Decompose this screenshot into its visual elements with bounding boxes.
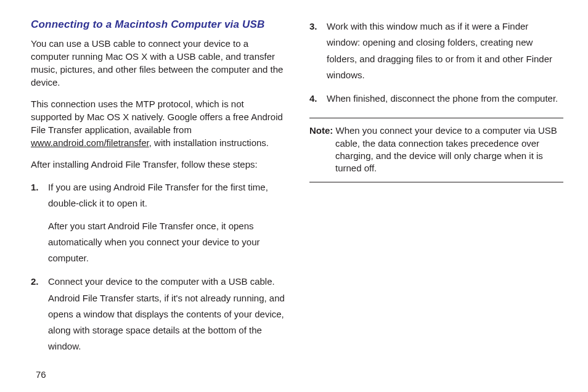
page-number: 76 — [36, 369, 46, 380]
android-filetransfer-link[interactable]: www.android.com/filetransfer — [31, 137, 149, 148]
steps-list-left: 1. If you are using Android File Transfe… — [31, 179, 285, 355]
page-columns: Connecting to a Macintosh Computer via U… — [31, 18, 563, 362]
para2-post: , with installation instructions. — [149, 137, 269, 148]
step-3-number: 3. — [309, 18, 317, 35]
section-heading: Connecting to a Macintosh Computer via U… — [31, 18, 285, 31]
step-3-text: Work with this window much as if it were… — [327, 21, 552, 80]
intro-paragraph-2: This connection uses the MTP protocol, w… — [31, 97, 285, 149]
step-2: 2. Connect your device to the computer w… — [48, 274, 285, 354]
note-text: When you connect your device to a comput… — [333, 125, 557, 173]
step-2-text: Connect your device to the computer with… — [48, 276, 285, 351]
right-column: 3. Work with this window much as if it w… — [309, 18, 563, 362]
steps-list-right: 3. Work with this window much as if it w… — [309, 18, 563, 107]
step-3: 3. Work with this window much as if it w… — [327, 18, 563, 83]
step-1-subtext: After you start Android File Transfer on… — [48, 218, 285, 267]
left-column: Connecting to a Macintosh Computer via U… — [31, 18, 285, 362]
step-4: 4. When finished, disconnect the phone f… — [327, 91, 563, 107]
intro-paragraph-3: After installing Android File Transfer, … — [31, 158, 285, 171]
step-4-number: 4. — [309, 91, 317, 107]
para2-pre: This connection uses the MTP protocol, w… — [31, 99, 283, 135]
step-2-number: 2. — [31, 274, 39, 290]
note-block: Note: When you connect your device to a … — [309, 118, 563, 182]
intro-paragraph-1: You can use a USB cable to connect your … — [31, 37, 285, 89]
step-4-text: When finished, disconnect the phone from… — [327, 93, 558, 104]
step-1-text: If you are using Android File Transfer f… — [48, 182, 268, 208]
step-1: 1. If you are using Android File Transfe… — [48, 179, 285, 266]
note-body: Note: When you connect your device to a … — [309, 125, 563, 174]
step-1-number: 1. — [31, 179, 39, 195]
note-label: Note: — [309, 125, 333, 136]
